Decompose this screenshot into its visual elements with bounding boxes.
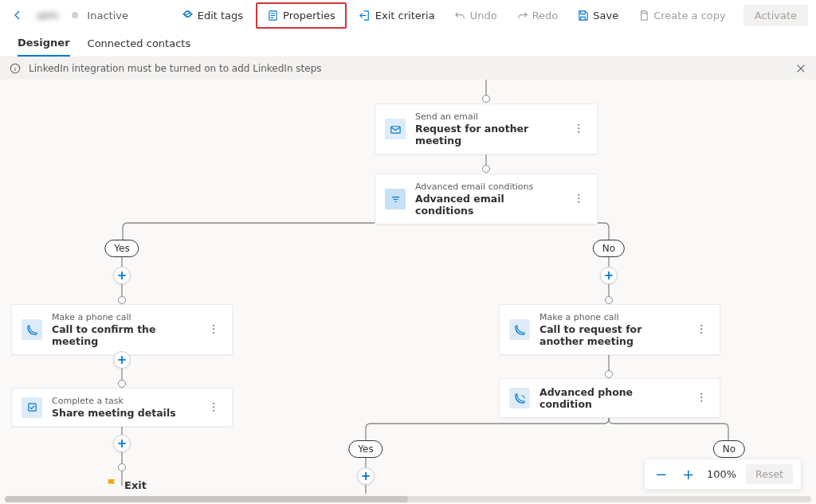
banner-close-button[interactable] (795, 63, 806, 74)
status-dot-icon (72, 12, 78, 18)
properties-icon (267, 10, 279, 21)
create-copy-label: Create a copy (653, 10, 725, 21)
tab-designer[interactable]: Designer (18, 30, 70, 57)
info-banner: LinkedIn integration must be turned on t… (0, 57, 816, 80)
branch-yes-pill: Yes (104, 240, 139, 257)
node-call-request[interactable]: Make a phone call Call to request for an… (499, 304, 720, 355)
node-category: Advanced email conditions (415, 182, 561, 192)
node-category: Make a phone call (52, 312, 196, 322)
undo-label: Undo (470, 10, 497, 21)
copy-icon (638, 10, 649, 21)
zoom-reset-button[interactable]: Reset (746, 464, 793, 484)
branch-yes-pill: Yes (348, 440, 382, 458)
connector-node (118, 463, 126, 471)
save-icon (577, 10, 589, 21)
connector-node (482, 95, 490, 103)
create-copy-button[interactable]: Create a copy (631, 6, 732, 25)
save-label: Save (593, 10, 618, 21)
redo-button[interactable]: Redo (510, 6, 565, 25)
info-icon (10, 63, 21, 74)
node-category: Make a phone call (539, 312, 684, 322)
exit-criteria-button[interactable]: Exit criteria (353, 6, 441, 25)
exit-icon (359, 10, 371, 21)
phone-icon (509, 319, 530, 340)
back-button[interactable] (8, 6, 27, 25)
add-step-button[interactable]: + (357, 467, 375, 485)
exit-label: Exit (124, 479, 147, 491)
node-title: Request for another meeting (415, 123, 561, 147)
horizontal-scrollbar[interactable] (5, 496, 811, 502)
node-menu-button[interactable]: ⋯ (696, 322, 708, 338)
designer-canvas[interactable]: Send an email Request for another meetin… (0, 80, 816, 504)
tabs-bar: Designer Connected contacts (0, 30, 816, 57)
node-category: Complete a task (52, 396, 196, 406)
node-send-email[interactable]: Send an email Request for another meetin… (375, 104, 598, 154)
branch-no-pill: No (593, 240, 625, 257)
zoom-panel: − + 100% Reset (644, 459, 802, 490)
undo-button[interactable]: Undo (448, 6, 504, 25)
node-title: Advanced email conditions (415, 193, 561, 217)
status-label: Inactive (87, 10, 128, 21)
connector-node (482, 165, 490, 173)
scrollbar-thumb[interactable] (5, 496, 408, 502)
edit-tags-label: Edit tags (198, 10, 243, 21)
connector-node (118, 296, 126, 304)
header-bar: akhi Inactive Edit tags Properties Exit … (0, 0, 816, 30)
add-step-button[interactable]: + (113, 267, 131, 284)
node-title: Call to confirm the meeting (52, 323, 196, 347)
mail-icon (385, 119, 406, 139)
sequence-name: akhi (33, 10, 61, 21)
phone-condition-icon (509, 388, 530, 408)
zoom-value: 100% (707, 468, 736, 480)
save-button[interactable]: Save (571, 6, 625, 25)
exit-criteria-label: Exit criteria (375, 10, 435, 21)
node-menu-button[interactable]: ⋯ (573, 191, 586, 208)
banner-message: LinkedIn integration must be turned on t… (29, 63, 322, 74)
node-category: Send an email (415, 111, 561, 122)
add-step-button[interactable]: + (113, 435, 131, 452)
connector-node (605, 296, 613, 304)
filter-icon (385, 189, 406, 209)
properties-highlight: Properties (256, 2, 347, 29)
svg-rect-2 (641, 13, 648, 19)
node-title: Share meeting details (52, 407, 196, 419)
flag-icon (106, 478, 118, 492)
add-step-button[interactable]: + (113, 351, 131, 369)
svg-rect-13 (28, 404, 35, 411)
node-menu-button[interactable]: ⋯ (573, 121, 586, 138)
close-icon (795, 63, 806, 74)
properties-button[interactable]: Properties (261, 6, 342, 25)
tab-connected-contacts[interactable]: Connected contacts (88, 30, 191, 57)
edit-tags-button[interactable]: Edit tags (175, 6, 249, 25)
node-title: Advanced phone condition (539, 386, 684, 410)
node-menu-button[interactable]: ⋯ (208, 399, 221, 416)
phone-icon (22, 319, 42, 340)
node-menu-button[interactable]: ⋯ (696, 390, 708, 407)
redo-label: Redo (532, 10, 559, 21)
zoom-out-button[interactable]: − (653, 466, 670, 483)
properties-label: Properties (283, 10, 335, 21)
branch-no-pill: No (713, 440, 745, 458)
arrow-left-icon (11, 9, 24, 21)
exit-step[interactable]: Exit (106, 478, 147, 492)
connector-node (118, 380, 126, 388)
undo-icon (454, 10, 466, 21)
node-call-confirm[interactable]: Make a phone call Call to confirm the me… (11, 304, 233, 355)
task-icon (22, 397, 42, 418)
node-advanced-phone-condition[interactable]: Advanced phone condition ⋯ (499, 378, 720, 418)
node-menu-button[interactable]: ⋯ (208, 322, 221, 338)
node-complete-task[interactable]: Complete a task Share meeting details ⋯ (11, 388, 233, 427)
add-step-button[interactable]: + (600, 267, 618, 284)
node-advanced-email-conditions[interactable]: Advanced email conditions Advanced email… (375, 174, 598, 225)
tag-icon (182, 10, 194, 21)
activate-button[interactable]: Activate (743, 5, 808, 26)
node-title: Call to request for another meeting (539, 323, 684, 347)
zoom-in-button[interactable]: + (680, 466, 697, 483)
connector-node (605, 370, 613, 378)
redo-icon (516, 10, 528, 21)
